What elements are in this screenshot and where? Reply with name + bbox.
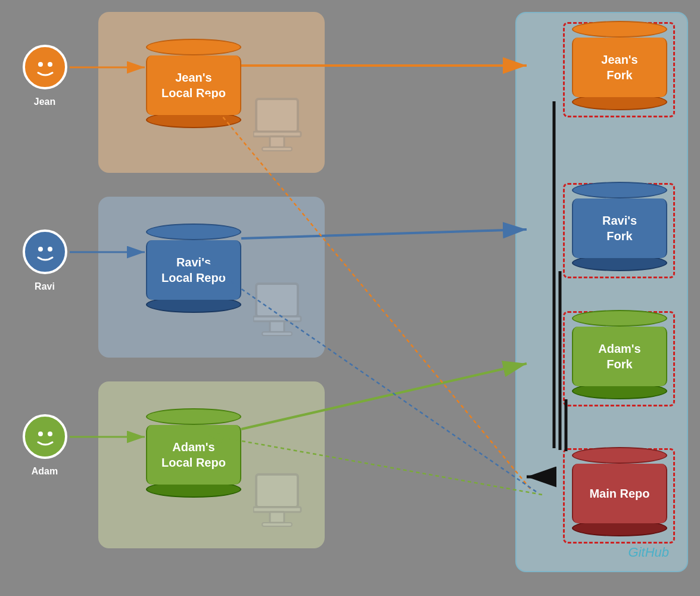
svg-rect-7 [262, 332, 292, 336]
adam-local-top [146, 408, 241, 425]
svg-point-14 [38, 247, 43, 252]
ravi-name: Ravi [21, 281, 69, 292]
svg-rect-3 [262, 147, 292, 151]
svg-rect-6 [270, 321, 284, 332]
adam-local-repo: Adam'sLocal Repo [146, 408, 241, 498]
jean-fork: Jean'sFork [572, 21, 667, 110]
svg-point-17 [48, 432, 52, 436]
jean-local-panel: Jean'sLocal Repo [98, 12, 325, 173]
jean-name: Jean [21, 97, 69, 107]
adam-computer-icon [253, 471, 313, 539]
adam-fork: Adam'sFork [572, 310, 667, 399]
jean-local-repo: Jean'sLocal Repo [146, 39, 241, 128]
svg-point-15 [48, 247, 52, 252]
svg-point-12 [38, 62, 43, 67]
adam-avatar [23, 414, 67, 459]
ravi-avatar [23, 229, 67, 274]
svg-rect-11 [262, 523, 292, 526]
ravi-computer-icon [253, 281, 313, 349]
ravi-local-top [146, 224, 241, 240]
jean-computer-icon [253, 96, 313, 164]
svg-rect-2 [270, 136, 284, 147]
svg-rect-4 [256, 284, 298, 316]
ravi-local-panel: Ravi'sLocal Repo [98, 197, 325, 358]
ravi-local-repo: Ravi'sLocal Repo [146, 224, 241, 313]
jean-local-top [146, 39, 241, 55]
adam-local-panel: Adam'sLocal Repo [98, 381, 325, 548]
ravi-fork: Ravi'sFork [572, 182, 667, 271]
main-repo: Main Repo [572, 447, 667, 536]
adam-local-body: Adam'sLocal Repo [146, 425, 241, 485]
svg-rect-0 [256, 99, 298, 132]
github-label: GitHub [629, 545, 669, 560]
svg-rect-10 [270, 512, 284, 523]
svg-point-16 [38, 432, 43, 436]
svg-rect-8 [256, 474, 298, 507]
jean-local-body: Jean'sLocal Repo [146, 55, 241, 115]
ravi-local-body: Ravi'sLocal Repo [146, 240, 241, 300]
svg-point-13 [48, 62, 52, 67]
jean-avatar [23, 45, 67, 89]
adam-name: Adam [21, 466, 69, 477]
